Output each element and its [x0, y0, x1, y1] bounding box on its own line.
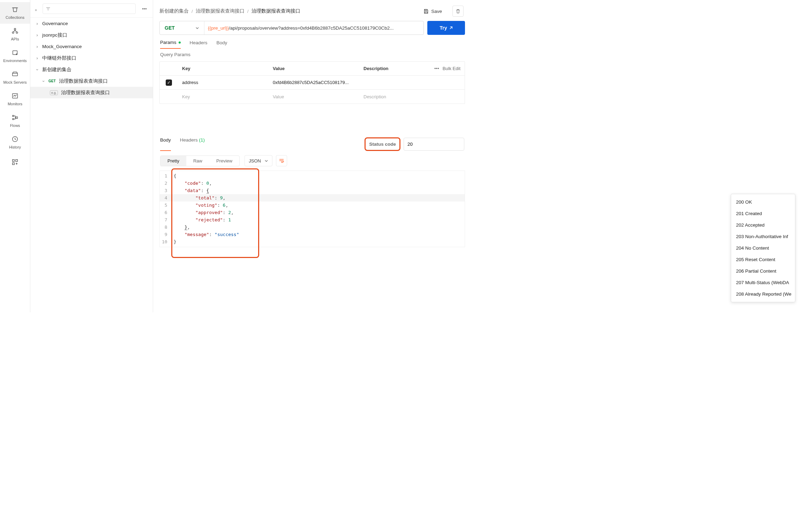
svg-rect-13	[13, 163, 15, 165]
checkbox[interactable]: ✓	[166, 79, 172, 86]
param-value-ph[interactable]: Value	[269, 90, 359, 104]
nav-label: Flows	[10, 123, 20, 128]
view-preview[interactable]: Preview	[209, 156, 239, 166]
chevron-right-icon: ›	[35, 21, 39, 26]
svg-point-7	[13, 115, 14, 117]
history-icon	[11, 135, 19, 143]
svg-rect-9	[16, 117, 18, 119]
tab-resp-headers[interactable]: Headers (1)	[180, 137, 205, 151]
svg-rect-5	[13, 73, 18, 76]
tree-item[interactable]: ›新创建的集合	[30, 64, 153, 75]
monitors-icon	[11, 92, 19, 100]
example-badge: e.g.	[50, 90, 58, 95]
new-icon[interactable]	[33, 6, 39, 12]
save-button[interactable]: Save	[423, 8, 442, 14]
svg-rect-11	[13, 160, 15, 162]
tab-body[interactable]: Body	[217, 40, 227, 49]
tree-item[interactable]: ›中继链外部接口	[30, 52, 153, 64]
chevron-right-icon: ›	[35, 44, 39, 49]
param-key-ph[interactable]: Key	[178, 90, 269, 104]
nav-environments[interactable]: Environments	[0, 45, 30, 67]
response-body: 12345678910 { "code": 0, "data": { "tota…	[159, 170, 465, 247]
tree-item-example[interactable]: e.g.治理数据报表查询接口	[30, 87, 153, 98]
nav-monitors[interactable]: Monitors	[0, 89, 30, 110]
chevron-right-icon: ›	[35, 33, 39, 38]
tab-label: Body	[160, 137, 171, 143]
query-params-title: Query Params	[153, 49, 471, 61]
nav-label: APIs	[11, 37, 19, 41]
nav-collections[interactable]: Collections	[0, 2, 30, 24]
tree-label: Mock_Governance	[42, 44, 82, 49]
more-icon[interactable]: •••	[434, 66, 439, 71]
svg-point-0	[14, 28, 16, 30]
flows-icon	[11, 114, 19, 121]
chevron-right-icon: ›	[35, 56, 39, 61]
view-mode-segment: Pretty Raw Preview	[160, 155, 240, 166]
wrap-icon	[279, 158, 284, 164]
save-icon	[423, 8, 429, 14]
main-panel: 新创建的集合/ 治理数据报表查询接口/ 治理数据报表查询接口 Save GET …	[153, 0, 471, 312]
tree-item-request[interactable]: ›GET治理数据报表查询接口	[30, 75, 153, 87]
th-desc: Description	[359, 62, 421, 75]
tab-label: Headers	[180, 137, 198, 143]
nav-mock-servers[interactable]: Mock Servers	[0, 67, 30, 89]
tab-params[interactable]: Params	[160, 40, 181, 49]
chevron-down-icon	[195, 26, 199, 30]
response-tabs: Body Headers (1) Status code	[153, 137, 471, 151]
tree-item[interactable]: ›jsonrpc接口	[30, 29, 153, 41]
view-raw[interactable]: Raw	[186, 156, 209, 166]
url-variable: {{pre_url}}	[208, 25, 229, 31]
tree-label: 治理数据报表查询接口	[61, 90, 110, 96]
chevron-down-icon: ›	[41, 79, 46, 83]
tree-item[interactable]: ›Mock_Governance	[30, 41, 153, 52]
table-row: ✓ address 0xfd4B6b2887c5DA25aCC5108179..…	[160, 76, 465, 90]
param-value[interactable]: 0xfd4B6b2887c5DA25aCC5108179...	[269, 76, 359, 89]
param-desc[interactable]	[359, 76, 421, 89]
crumb-item[interactable]: 治理数据报表查询接口	[196, 8, 245, 14]
nav-apis[interactable]: APIs	[0, 24, 30, 45]
tree-item[interactable]: ›Governance	[30, 18, 153, 29]
svg-point-2	[16, 32, 18, 33]
tab-headers[interactable]: Headers	[190, 40, 208, 49]
tab-label: Body	[217, 40, 227, 45]
nav-label: Environments	[3, 59, 27, 63]
param-desc-ph[interactable]: Description	[359, 90, 421, 104]
param-key[interactable]: address	[178, 76, 269, 89]
method-dropdown[interactable]: GET	[160, 21, 204, 35]
nav-history[interactable]: History	[0, 132, 30, 153]
bulk-edit-button[interactable]: Bulk Edit	[443, 66, 460, 71]
tree-label: 中继链外部接口	[42, 55, 76, 61]
url-bar: GET {{pre_url}}/api/proposals/overview?a…	[159, 21, 424, 35]
delete-button[interactable]	[452, 6, 464, 17]
filter-input[interactable]	[43, 3, 136, 14]
format-dropdown[interactable]: JSON	[245, 155, 272, 166]
trash-icon	[455, 8, 461, 14]
tree-label: 新创建的集合	[42, 67, 72, 73]
filter-icon	[46, 6, 51, 11]
code-source[interactable]: { "code": 0, "data": { "total": 9, "voti…	[170, 171, 243, 247]
format-value: JSON	[249, 158, 261, 164]
crumb-item[interactable]: 新创建的集合	[159, 8, 189, 14]
breadcrumb: 新创建的集合/ 治理数据报表查询接口/ 治理数据报表查询接口 Save	[153, 0, 471, 21]
status-code-label: Status code	[365, 137, 400, 151]
tree-label: 治理数据报表查询接口	[59, 78, 108, 84]
line-gutter: 12345678910	[160, 171, 170, 247]
url-input[interactable]: {{pre_url}}/api/proposals/overview?addre…	[204, 21, 423, 35]
view-pretty[interactable]: Pretty	[160, 156, 186, 166]
try-button[interactable]: Try	[427, 21, 465, 35]
external-icon	[449, 26, 453, 30]
method-badge: GET	[48, 79, 56, 83]
wrap-button[interactable]	[276, 155, 287, 166]
svg-point-8	[13, 119, 14, 120]
th-value: Value	[269, 62, 359, 75]
nav-grid[interactable]	[0, 155, 30, 170]
query-params-table: Key Value Description ••• Bulk Edit ✓ ad…	[159, 61, 465, 104]
nav-label: Monitors	[8, 102, 22, 106]
sidebar: ••• ›Governance ›jsonrpc接口 ›Mock_Governa…	[30, 0, 153, 312]
more-icon[interactable]: •••	[140, 6, 149, 12]
nav-label: History	[9, 145, 21, 149]
nav-flows[interactable]: Flows	[0, 110, 30, 132]
table-row-empty: Key Value Description	[160, 90, 465, 104]
tab-resp-body[interactable]: Body	[160, 137, 171, 151]
status-code-input[interactable]	[404, 138, 464, 151]
